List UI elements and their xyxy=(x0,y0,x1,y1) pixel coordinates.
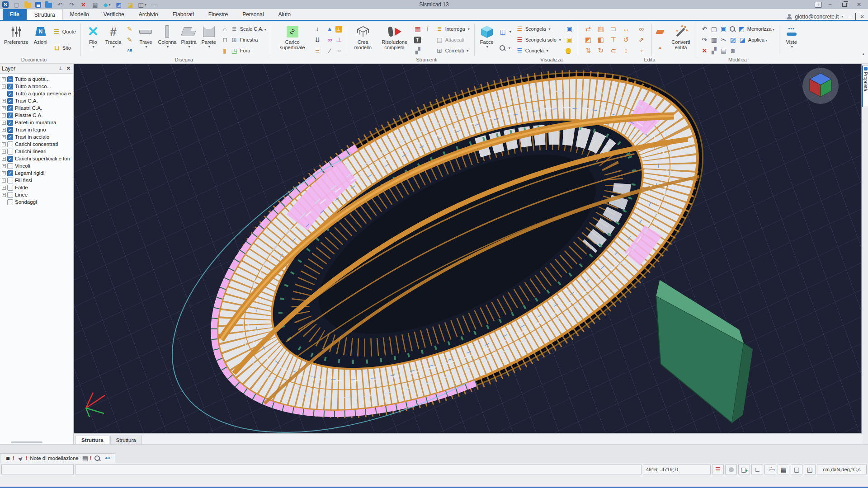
layer-row[interactable]: Pareti in muratura xyxy=(2,119,73,126)
3d-viewport[interactable] xyxy=(74,64,862,433)
link3-icon[interactable] xyxy=(636,47,647,55)
expand-toggle-icon[interactable] xyxy=(2,84,6,89)
congela-button[interactable]: Congela xyxy=(514,46,562,56)
expand-toggle-icon[interactable] xyxy=(2,157,6,161)
menu-tab[interactable]: Finestre xyxy=(201,9,235,20)
note-pointer-icon[interactable] xyxy=(17,455,25,462)
trave-button[interactable]: Trave xyxy=(136,23,156,56)
close-panel-icon[interactable]: ✕ xyxy=(66,66,71,71)
window-layout-icon[interactable] xyxy=(138,1,146,8)
memorizza-view-icon[interactable] xyxy=(738,25,745,33)
layer-checkbox[interactable] xyxy=(7,170,13,176)
minimize-button[interactable]: – xyxy=(824,1,836,8)
layer-checkbox[interactable] xyxy=(7,76,13,82)
select-rect-icon[interactable] xyxy=(710,25,718,33)
mesh-red-icon[interactable] xyxy=(414,25,422,33)
facce-button[interactable]: Facce xyxy=(477,23,497,56)
blue-block-icon[interactable] xyxy=(720,25,727,33)
expand-toggle-icon[interactable] xyxy=(2,106,6,110)
viewport-tab[interactable]: Struttura xyxy=(110,436,142,444)
menu-tab[interactable]: Personal xyxy=(235,9,271,20)
menu-tab[interactable]: Aiuto xyxy=(271,9,298,20)
parete-button[interactable]: Parete xyxy=(199,23,219,56)
azioni-button[interactable]: N Azioni xyxy=(31,23,51,56)
vista-3d-button[interactable] xyxy=(498,27,513,37)
layer-row[interactable]: Vincoli xyxy=(2,162,73,169)
layer-checkbox[interactable] xyxy=(7,163,13,169)
layer-checkbox[interactable] xyxy=(7,192,13,198)
clean-icon[interactable] xyxy=(710,47,718,54)
expand-toggle-icon[interactable] xyxy=(2,186,6,190)
edit-rotate-icon[interactable] xyxy=(621,36,632,44)
pin-pink-icon[interactable] xyxy=(335,36,343,43)
carico-concentrato-button[interactable] xyxy=(312,24,323,34)
carico-superficiale-button[interactable]: Carico superficiale xyxy=(274,23,311,56)
layer-checkbox[interactable] xyxy=(7,113,13,118)
menu-tab[interactable]: Verifiche xyxy=(96,9,132,20)
scissors-icon[interactable] xyxy=(720,36,727,43)
edit-copy-icon[interactable] xyxy=(595,25,606,33)
scongela-button[interactable]: Scongela xyxy=(514,24,562,34)
edit-stretch-icon[interactable] xyxy=(621,25,632,33)
menu-tab[interactable]: Struttura xyxy=(27,9,63,20)
delete-entity-icon[interactable] xyxy=(701,47,708,54)
broom-icon[interactable] xyxy=(414,47,422,54)
expand-toggle-icon[interactable] xyxy=(2,135,6,139)
layer-row[interactable]: Linee xyxy=(2,191,73,198)
layer-row[interactable]: Carichi concentrati xyxy=(2,141,73,148)
memorizza-button[interactable]: Memorizza xyxy=(747,26,774,32)
redo-icon[interactable] xyxy=(68,1,75,8)
layer-row[interactable]: Sondaggi xyxy=(2,198,73,206)
edit-curve-icon[interactable] xyxy=(608,47,619,55)
colonna-button[interactable]: Colonna xyxy=(156,23,179,56)
edit-mirror-icon[interactable] xyxy=(595,36,606,44)
open-folder-icon[interactable] xyxy=(24,3,31,8)
layer-row[interactable]: Travi in acciaio xyxy=(2,133,73,141)
filo-button[interactable]: Filo xyxy=(83,23,103,56)
layer-row[interactable]: Carichi lineari xyxy=(2,148,73,155)
edit-redo-icon[interactable] xyxy=(701,36,708,43)
viewport-tab[interactable]: Struttura xyxy=(75,436,109,444)
layer-row[interactable]: Tutto a quota generica e f xyxy=(2,90,73,97)
link1-icon[interactable] xyxy=(636,25,647,33)
select-hidden-button[interactable] xyxy=(564,35,575,45)
status-axes-button[interactable] xyxy=(751,465,763,474)
layer-row[interactable]: Legami rigidi xyxy=(2,169,73,177)
note-square-icon[interactable] xyxy=(4,455,12,462)
layer-row[interactable]: Tutto a quota... xyxy=(2,75,73,83)
menu-tab[interactable]: Elaborati xyxy=(165,9,201,20)
applica-button[interactable]: Applica xyxy=(748,37,767,42)
status-3dbox-button[interactable] xyxy=(804,465,816,474)
applica-view-icon[interactable] xyxy=(739,36,746,43)
expand-toggle-icon[interactable] xyxy=(2,193,6,197)
traccia-button[interactable]: Traccia xyxy=(103,23,124,56)
status-select-add-button[interactable] xyxy=(738,465,750,474)
menu-tab[interactable]: Modello xyxy=(63,9,96,20)
layer-row[interactable]: Tutto a tronco... xyxy=(2,83,73,90)
pin-panel-icon[interactable]: ⊥ xyxy=(58,66,63,71)
note-search-icon[interactable] xyxy=(94,455,101,462)
expand-toggle-icon[interactable] xyxy=(2,99,6,103)
restore-button[interactable] xyxy=(838,1,851,8)
expand-toggle-icon[interactable] xyxy=(2,178,6,183)
highlight-icon[interactable] xyxy=(127,1,134,8)
carico-lineare-button[interactable] xyxy=(312,35,323,45)
layer-checkbox[interactable] xyxy=(7,120,13,126)
finestra-button[interactable]: Finestra xyxy=(220,35,268,45)
layer-row[interactable]: Pilastri C.A. xyxy=(2,104,73,112)
note-doc-icon[interactable] xyxy=(81,455,89,462)
foro-button[interactable]: Foro xyxy=(220,46,268,56)
ellisse-icon[interactable] xyxy=(335,47,343,54)
status-grid-button[interactable] xyxy=(778,465,789,474)
edit-undo-icon[interactable] xyxy=(701,25,708,33)
status-bubble-button[interactable] xyxy=(791,465,802,474)
edit-rotate-copy-icon[interactable] xyxy=(583,36,594,44)
scale-ca-button[interactable]: Scale C.A. xyxy=(220,24,268,34)
edit-array-icon[interactable] xyxy=(583,47,594,55)
text-tool-icon[interactable]: T xyxy=(414,37,421,43)
edit-move-icon[interactable] xyxy=(583,25,594,33)
viste-button[interactable]: Viste xyxy=(782,23,802,56)
expand-toggle-icon[interactable] xyxy=(2,77,6,81)
material-icon[interactable] xyxy=(103,1,111,8)
layer-checkbox[interactable] xyxy=(7,98,13,104)
